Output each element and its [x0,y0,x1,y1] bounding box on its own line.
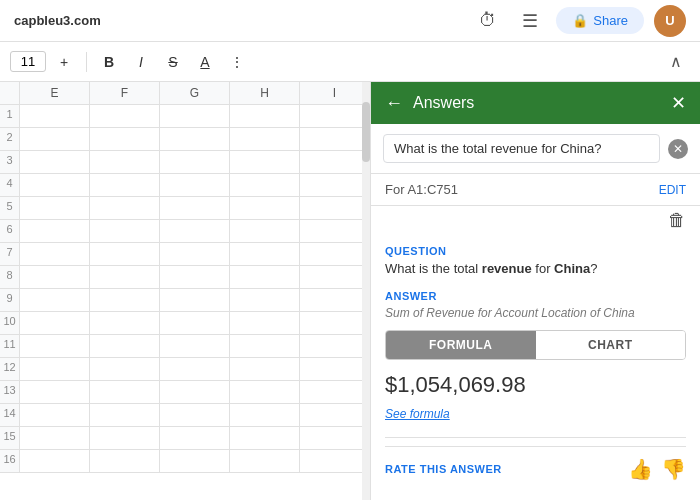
lock-icon: 🔒 [572,13,588,28]
history-icon[interactable]: ⏱ [472,5,504,37]
table-row[interactable]: 9 [0,289,370,312]
add-button[interactable]: + [50,48,78,76]
rate-row: RATE THIS ANSWER 👍 👎 [385,446,686,481]
tab-row: FORMULA CHART [385,330,686,360]
question-mid: for [532,261,554,276]
chart-tab[interactable]: CHART [536,331,686,359]
rate-label: RATE THIS ANSWER [385,463,502,475]
col-header-E: E [20,82,90,104]
answers-title: Answers [413,94,661,112]
question-bold1: revenue [482,261,532,276]
expand-button[interactable]: ∧ [662,48,690,76]
toolbar-separator [86,52,87,72]
top-bar-actions: ⏱ ☰ 🔒 Share U [472,5,686,37]
col-header-G: G [160,82,230,104]
col-header-H: H [230,82,300,104]
answer-subtitle: Sum of Revenue for Account Location of C… [385,306,686,320]
scroll-thumb[interactable] [362,102,370,162]
col-header-I: I [300,82,370,104]
thumbs-up-icon[interactable]: 👍 [628,457,653,481]
question-text: What is the total revenue for China? [385,261,686,276]
answers-body: QUESTION What is the total revenue for C… [371,235,700,500]
see-formula-link[interactable]: See formula [385,407,450,421]
share-button[interactable]: 🔒 Share [556,7,644,34]
avatar[interactable]: U [654,5,686,37]
table-row[interactable]: 2 [0,128,370,151]
main-content: E F G H I 1 2 3 4 5 6 7 8 9 10 11 12 13 … [0,82,700,500]
share-label: Share [593,13,628,28]
toolbar: + B I S A ⋮ ∧ [0,42,700,82]
answers-header: ← Answers ✕ [371,82,700,124]
back-button[interactable]: ← [385,93,403,114]
table-row[interactable]: 16 [0,450,370,473]
edit-button[interactable]: EDIT [659,183,686,197]
top-bar: capbleu3.com ⏱ ☰ 🔒 Share U [0,0,700,42]
col-header-F: F [90,82,160,104]
answer-value: $1,054,069.98 [385,372,686,398]
answer-section-label: ANSWER [385,290,686,302]
question-end: ? [590,261,597,276]
table-row[interactable]: 8 [0,266,370,289]
thumbs-down-icon[interactable]: 👎 [661,457,686,481]
sheet-column-headers: E F G H I [0,82,370,105]
range-label: For A1:C751 [385,182,458,197]
delete-icon[interactable]: 🗑 [668,210,686,231]
table-row[interactable]: 11 [0,335,370,358]
question-bold2: China [554,261,590,276]
delete-row: 🗑 [371,206,700,235]
table-row[interactable]: 13 [0,381,370,404]
more-button[interactable]: ⋮ [223,48,251,76]
row-num-header [0,82,20,104]
question-section-label: QUESTION [385,245,686,257]
divider [385,437,686,438]
table-row[interactable]: 10 [0,312,370,335]
question-plain1: What is the total [385,261,482,276]
table-row[interactable]: 7 [0,243,370,266]
answers-panel: ← Answers ✕ ✕ For A1:C751 EDIT 🗑 QUESTIO… [370,82,700,500]
scrollbar[interactable] [362,82,370,500]
search-container: ✕ [371,124,700,174]
table-row[interactable]: 3 [0,151,370,174]
search-input[interactable] [383,134,660,163]
table-row[interactable]: 4 [0,174,370,197]
table-row[interactable]: 6 [0,220,370,243]
table-row[interactable]: 12 [0,358,370,381]
comments-icon[interactable]: ☰ [514,5,546,37]
bold-button[interactable]: B [95,48,123,76]
italic-button[interactable]: I [127,48,155,76]
font-size-input[interactable] [10,51,46,72]
formula-tab[interactable]: FORMULA [386,331,536,359]
rate-icons: 👍 👎 [628,457,686,481]
table-row[interactable]: 5 [0,197,370,220]
underline-button[interactable]: A [191,48,219,76]
spreadsheet: E F G H I 1 2 3 4 5 6 7 8 9 10 11 12 13 … [0,82,370,500]
table-row[interactable]: 14 [0,404,370,427]
table-row[interactable]: 1 [0,105,370,128]
range-row: For A1:C751 EDIT [371,174,700,206]
strikethrough-button[interactable]: S [159,48,187,76]
site-domain: capbleu3.com [14,13,101,28]
table-row[interactable]: 15 [0,427,370,450]
search-clear-button[interactable]: ✕ [668,139,688,159]
close-button[interactable]: ✕ [671,92,686,114]
